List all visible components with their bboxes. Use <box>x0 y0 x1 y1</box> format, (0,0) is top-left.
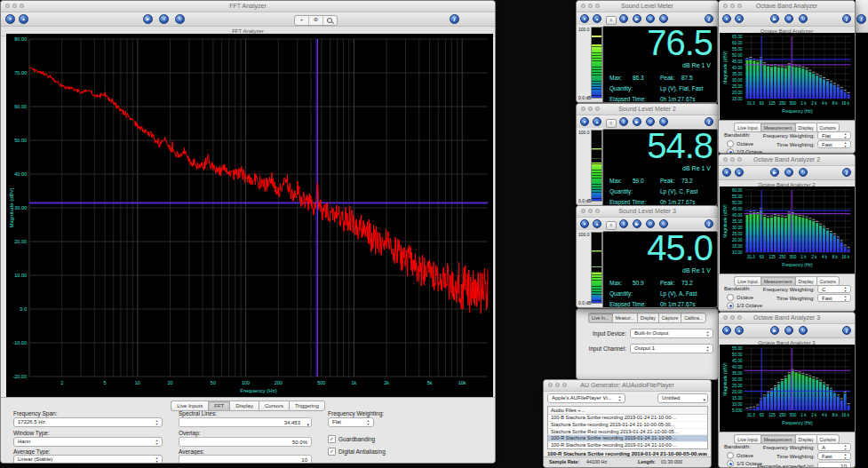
minimize-button[interactable] <box>12 4 17 8</box>
digital-antialiasing-checkbox[interactable]: ✓ Digital Antialiasing <box>328 448 386 456</box>
octave-radio[interactable]: Octave <box>727 452 753 459</box>
third-octave-radio[interactable]: 1/3 Octave <box>727 302 762 309</box>
spectral-lines-combo[interactable]: 34,453 ▾ <box>179 417 312 427</box>
close-button[interactable] <box>581 4 585 8</box>
restart-button[interactable]: ↺ <box>646 117 655 126</box>
info-button[interactable]: i <box>842 168 851 177</box>
octave-band-plot[interactable]: 65.0060.0055.0050.0045.0040.0035.0030.00… <box>720 33 855 120</box>
window-type-select[interactable]: Hann ▴▾ <box>13 437 163 447</box>
add-button[interactable]: + <box>295 16 309 25</box>
time-weighting-select[interactable]: Fast ▴▾ <box>817 140 851 148</box>
play-button[interactable]: ▶ <box>143 14 153 24</box>
octave-band-plot[interactable]: 55.0050.0045.0040.0035.0030.0025.0020.00… <box>720 345 855 432</box>
minimize-button[interactable] <box>588 209 593 213</box>
refresh-button[interactable]: ↻ <box>175 14 185 24</box>
list-item[interactable]: 100-B Stachura Scribe recording 2019-01-… <box>548 415 707 422</box>
tab-display[interactable]: Display <box>795 434 816 444</box>
play-button[interactable]: ▶ <box>770 168 779 177</box>
close-button[interactable] <box>548 383 553 387</box>
titlebar[interactable]: Sound Level Meter 3 <box>577 206 718 218</box>
zoom-out-button[interactable]: ▾ <box>580 219 589 228</box>
titlebar[interactable]: AU Generator: AUAudioFilePlayer <box>544 380 711 392</box>
au-preset-select[interactable]: Apple's AUFilePlayer Vi... ▴▾ <box>547 393 625 403</box>
tab-display[interactable]: Display <box>795 276 816 286</box>
averages-field[interactable]: 10 <box>179 455 312 464</box>
tab-live-input[interactable]: Live Input <box>734 123 760 132</box>
maximize-button[interactable] <box>595 209 600 213</box>
time-weighting-select[interactable]: Fast ▴▾ <box>817 294 851 302</box>
octave-radio[interactable]: Octave <box>727 294 753 301</box>
refresh-button[interactable]: ↻ <box>659 219 668 228</box>
average-type-select[interactable]: Linear (Stable) ▴▾ <box>13 455 163 464</box>
fft-spectrum-plot[interactable]: 80.0070.0060.0050.0040.0030.0020.0010.00… <box>6 34 493 397</box>
restart-button[interactable]: ↺ <box>646 219 655 228</box>
info-button[interactable]: i <box>705 219 713 228</box>
tab-live-in[interactable]: Live In... <box>588 313 612 323</box>
au-untitled-select[interactable]: Untitled ▾ <box>657 393 708 403</box>
close-button[interactable] <box>5 4 10 8</box>
titlebar[interactable]: Sound Level Meter <box>577 1 718 12</box>
info-button[interactable]: i <box>842 14 851 23</box>
refresh-button[interactable]: ↻ <box>799 326 808 335</box>
zoom-out-button[interactable]: ▾ <box>580 117 589 126</box>
zoom-in-button[interactable]: ▴ <box>19 14 28 24</box>
frequency-weighting-select[interactable]: Flat ▴▾ <box>817 131 851 139</box>
maximize-button[interactable] <box>595 107 600 111</box>
minimize-button[interactable] <box>588 107 593 111</box>
list-item[interactable]: 100-R Stachura Scribe recording 2019-01-… <box>548 435 707 442</box>
pause-button[interactable]: ‖ <box>619 117 628 126</box>
zoom-in-button[interactable]: ▴ <box>735 326 744 335</box>
meter-options-icon[interactable]: ≡ <box>606 16 617 25</box>
guardbanding-checkbox[interactable]: ✓ Guardbanding <box>328 435 375 443</box>
zoom-out-button[interactable]: ▾ <box>580 14 589 23</box>
frequency-weighting-select[interactable]: C ▴▾ <box>817 285 851 293</box>
tab-display[interactable]: Display <box>637 313 658 323</box>
octave-band-chart[interactable]: 60.0055.0050.0045.0040.0035.0030.0025.00… <box>720 186 855 274</box>
zoom-out-button[interactable]: ▾ <box>722 326 731 335</box>
zoom-tool-button[interactable] <box>323 16 337 25</box>
tab-triggering[interactable]: Triggering <box>289 401 325 411</box>
input-device-select[interactable]: Built-In Output ▴▾ <box>630 329 713 338</box>
list-item[interactable]: 100-R Stachura Scribe recording 2019-01-… <box>548 442 707 449</box>
tab-live-input[interactable]: Live Input <box>734 434 760 444</box>
play-button[interactable]: ▶ <box>633 117 641 126</box>
fft-spectrum-chart[interactable]: 80.0070.0060.0050.0040.0030.0020.0010.00… <box>6 34 493 397</box>
minimize-button[interactable] <box>730 315 735 320</box>
minimize-button[interactable] <box>555 383 560 387</box>
tab-cursors[interactable]: Cursors <box>259 401 289 411</box>
pause-button[interactable]: ‖ <box>619 14 628 23</box>
restart-button[interactable]: ↺ <box>784 326 793 335</box>
minimize-button[interactable] <box>730 157 735 162</box>
tab-measurement[interactable]: Measurement <box>760 434 795 444</box>
list-item[interactable]: Stachura Scribe Red recording 2019-01-24… <box>548 429 707 436</box>
tab-live-input[interactable]: Live Input <box>734 276 760 286</box>
maximize-button[interactable] <box>562 383 567 387</box>
close-button[interactable] <box>581 107 585 111</box>
minimize-button[interactable] <box>588 4 593 8</box>
close-button[interactable] <box>723 315 728 320</box>
refresh-button[interactable]: ↻ <box>799 168 808 177</box>
play-button[interactable]: ▶ <box>633 219 641 228</box>
maximize-button[interactable] <box>595 4 600 8</box>
titlebar[interactable]: Sound Level Meter 2 <box>577 104 718 115</box>
tab-measurement[interactable]: Measurement <box>760 123 795 132</box>
maximize-button[interactable] <box>20 4 24 8</box>
percentile-field[interactable]: 10 <box>817 462 851 468</box>
play-button[interactable]: ▶ <box>770 326 779 335</box>
time-weighting-select[interactable]: Fast ▴▾ <box>817 452 851 460</box>
restart-button[interactable]: ↺ <box>784 14 793 23</box>
maximize-button[interactable] <box>737 315 742 320</box>
octave-band-plot[interactable]: 60.0055.0050.0045.0040.0035.0030.0025.00… <box>720 186 855 274</box>
tab-capture[interactable]: Capture <box>658 313 681 323</box>
tab-measur[interactable]: Measur... <box>612 313 637 323</box>
octave-band-chart[interactable]: 55.0050.0045.0040.0035.0030.0025.0020.00… <box>720 345 855 432</box>
zoom-in-button[interactable]: ▴ <box>593 117 601 126</box>
info-icon[interactable]: i <box>856 14 866 24</box>
octave-radio[interactable]: Octave <box>727 140 753 147</box>
frequency-weighting-select[interactable]: A ▴▾ <box>817 443 851 451</box>
close-button[interactable] <box>581 209 585 213</box>
list-item[interactable]: Stachura Scribe recording 2019-01-24 21-… <box>548 422 707 429</box>
zoom-in-button[interactable]: ▴ <box>593 219 601 228</box>
zoom-out-button[interactable]: ▾ <box>5 14 15 24</box>
info-button[interactable]: i <box>842 326 851 335</box>
